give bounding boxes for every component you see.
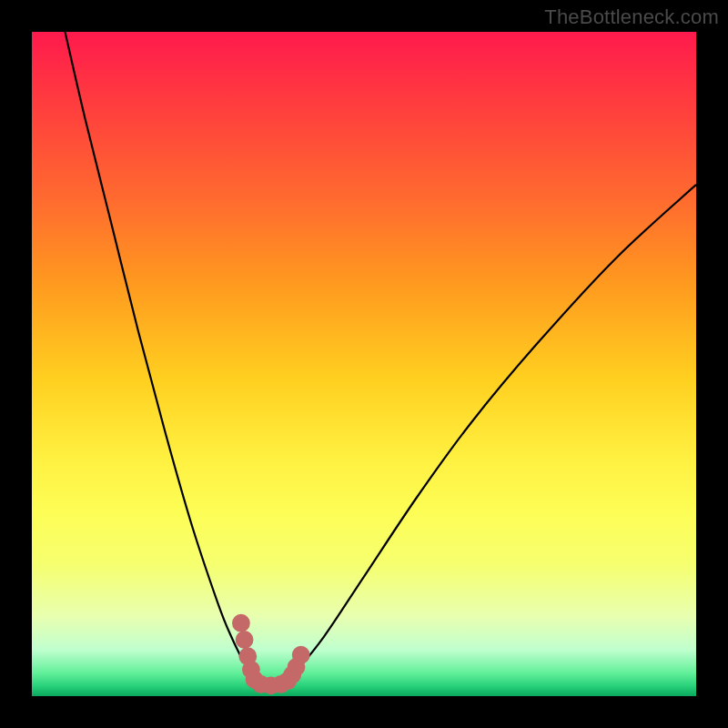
curve-marker [236,631,254,649]
curve-marker [292,646,310,664]
chart-svg [32,32,696,696]
watermark-text: TheBottleneck.com [544,5,719,29]
chart-frame: TheBottleneck.com [0,0,728,728]
chart-plot-area [32,32,696,696]
bottleneck-curve [66,32,697,691]
curve-marker [232,614,250,632]
marker-group [232,614,310,694]
